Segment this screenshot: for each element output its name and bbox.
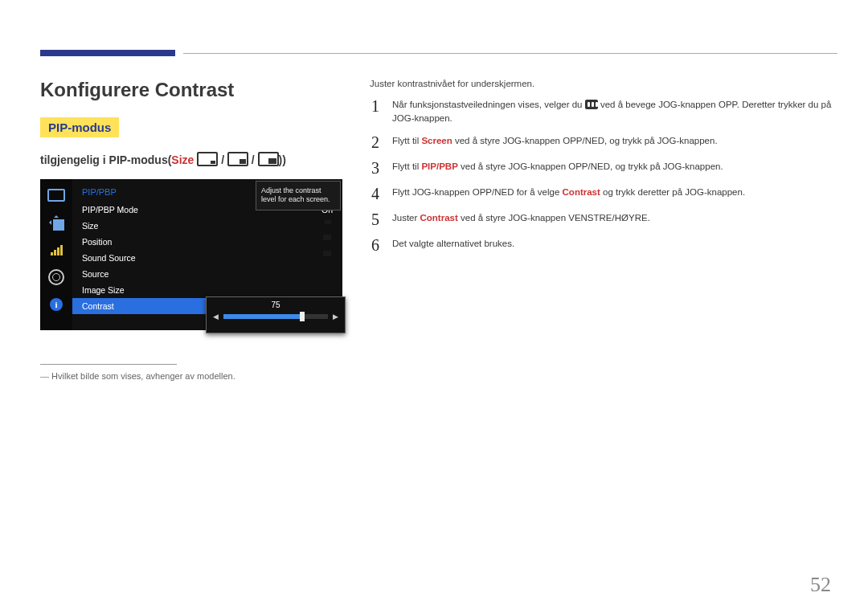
- step-text: Når funksjonstastveiledningen vises, vel…: [392, 98, 844, 125]
- slider-left-arrow-icon: ◀: [213, 313, 219, 321]
- step-text-segment: ved å styre JOG-knappen OPP/NED, og tryk…: [452, 136, 718, 145]
- highlighted-term: Contrast: [420, 213, 458, 223]
- page-content: Konfigurere Contrast PIP-modus tilgjenge…: [40, 79, 844, 381]
- step-text-segment: Flytt JOG-knappen OPP/NED for å velge: [392, 187, 563, 197]
- step-text-segment: ved å styre JOG-knappen OPP/NED, og tryk…: [458, 161, 723, 171]
- step-number: 6: [370, 237, 381, 253]
- step-text-segment: Når funksjonstastveiledningen vises, vel…: [392, 100, 585, 109]
- right-column: Juster kontrastnivået for underskjermen.…: [370, 79, 844, 381]
- subtitle-suffix: )): [279, 153, 286, 166]
- step-text-segment: Flytt til: [392, 136, 421, 145]
- step-number: 1: [370, 98, 381, 125]
- osd-item-label: Sound Source: [82, 253, 136, 263]
- step-text: Flytt JOG-knappen OPP/NED for å velge Co…: [392, 186, 745, 202]
- step-text: Flytt til PIP/PBP ved å styre JOG-knappe…: [392, 160, 723, 176]
- header-rule: [183, 53, 837, 54]
- info-icon: i: [47, 298, 65, 311]
- osd-menu-item: Size: [72, 218, 342, 234]
- page-title: Konfigurere Contrast: [40, 79, 342, 101]
- slider-track: ◀ ▶: [213, 313, 338, 321]
- step-number: 2: [370, 134, 381, 150]
- step-item: 1Når funksjonstastveiledningen vises, ve…: [370, 98, 844, 125]
- availability-subtitle: tilgjengelig i PIP-modus(Size / / )): [40, 152, 342, 166]
- osd-tooltip: Adjust the contrast level for each scree…: [256, 181, 341, 210]
- step-item: 6Det valgte alternativet brukes.: [370, 237, 844, 253]
- step-item: 5Juster Contrast ved å styre JOG-knappen…: [370, 211, 844, 227]
- pip-size-small-icon: [197, 152, 218, 166]
- slider-bar: [223, 314, 328, 319]
- osd-menu-item: Image Size: [72, 282, 342, 298]
- mode-badge: PIP-modus: [40, 117, 119, 137]
- steps-list: 1Når funksjonstastveiledningen vises, ve…: [370, 98, 844, 253]
- gear-icon: [47, 271, 65, 284]
- intro-text: Juster kontrastnivået for underskjermen.: [370, 79, 844, 88]
- step-text: Flytt til Screen ved å styre JOG-knappen…: [392, 134, 718, 150]
- step-text: Juster Contrast ved å styre JOG-knappen …: [392, 211, 650, 227]
- step-number: 3: [370, 160, 381, 176]
- slider-value: 75: [213, 300, 338, 309]
- separator: /: [252, 153, 258, 166]
- osd-item-label: Contrast: [82, 301, 114, 311]
- monitor-icon: [47, 189, 65, 202]
- pip-size-medium-icon: [227, 152, 248, 166]
- step-number: 5: [370, 211, 381, 227]
- footnote-text: Hvilket bilde som vises, avhenger av mod…: [40, 371, 342, 381]
- bars-icon: [47, 243, 65, 256]
- menu-button-icon: [585, 100, 598, 109]
- step-text-segment: ved å styre JOG-knappen VENSTRE/HØYRE.: [458, 213, 650, 223]
- osd-item-label: Image Size: [82, 285, 125, 295]
- osd-menu-item: Source: [72, 266, 342, 282]
- step-item: 2Flytt til Screen ved å styre JOG-knappe…: [370, 134, 844, 150]
- osd-item-label: Size: [82, 221, 98, 231]
- osd-menu: PIP/PBP PIP/PBP ModeOnSizePositionSound …: [72, 179, 342, 330]
- footnote-rule: [40, 364, 177, 365]
- subtitle-prefix: tilgjengelig i PIP-modus(: [40, 153, 171, 166]
- osd-screenshot: i PIP/PBP PIP/PBP ModeOnSizePositionSoun…: [40, 179, 342, 330]
- highlighted-term: Contrast: [563, 187, 600, 197]
- left-column: Konfigurere Contrast PIP-modus tilgjenge…: [40, 79, 342, 381]
- step-text: Det valgte alternativet brukes.: [392, 237, 514, 253]
- step-text-segment: Flytt til: [392, 161, 421, 171]
- osd-item-label: Source: [82, 269, 108, 279]
- osd-menu-item: Position: [72, 234, 342, 250]
- separator: /: [221, 153, 227, 166]
- header-accent-bar: [40, 50, 175, 56]
- osd-item-label: Position: [82, 237, 112, 247]
- step-item: 3Flytt til PIP/PBP ved å styre JOG-knapp…: [370, 160, 844, 176]
- slider-right-arrow-icon: ▶: [333, 313, 338, 321]
- contrast-slider-popup: 75 ◀ ▶: [206, 296, 346, 333]
- step-text-segment: Det valgte alternativet brukes.: [392, 239, 514, 248]
- step-number: 4: [370, 186, 381, 202]
- step-item: 4Flytt JOG-knappen OPP/NED for å velge C…: [370, 186, 844, 202]
- step-text-segment: og trykk deretter på JOG-knappen.: [600, 187, 745, 197]
- osd-side-icons: i: [40, 179, 72, 330]
- subtitle-size-word: Size: [171, 153, 194, 166]
- pip-size-large-icon: [258, 152, 279, 166]
- osd-menu-item: Sound Source: [72, 250, 342, 266]
- osd-item-label: PIP/PBP Mode: [82, 205, 138, 215]
- step-text-segment: Juster: [392, 213, 420, 223]
- highlighted-term: PIP/PBP: [421, 161, 457, 171]
- page-number: 52: [810, 573, 831, 597]
- nav-icon: [47, 216, 65, 229]
- highlighted-term: Screen: [421, 136, 452, 145]
